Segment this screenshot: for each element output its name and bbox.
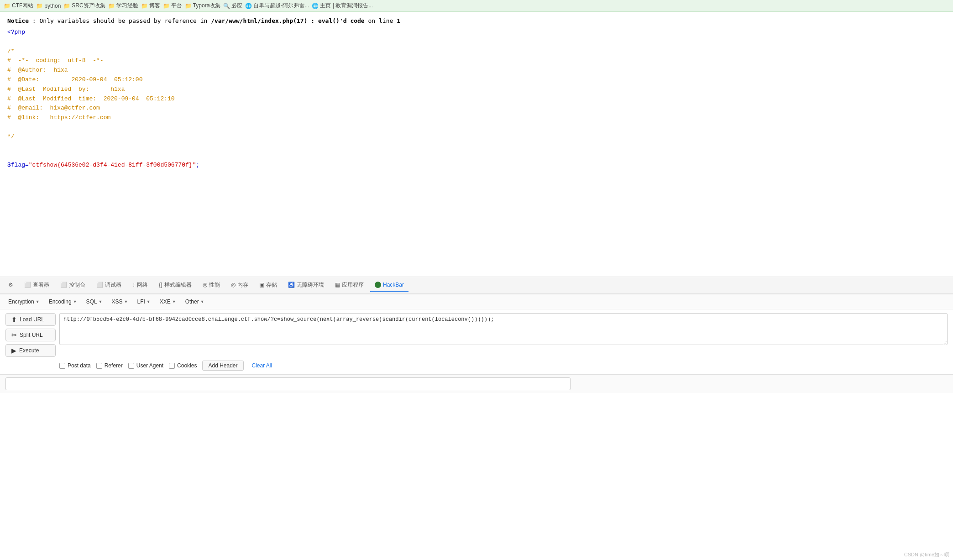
comment-link: # @link: https://ctfer.com	[7, 114, 110, 121]
folder-icon: 📁	[185, 3, 192, 9]
comment-coding: # -*- coding: utf-8 -*-	[7, 57, 104, 64]
bookmark-src[interactable]: 📁 SRC资产收集	[63, 2, 105, 10]
encoding-arrow: ▼	[73, 299, 77, 304]
post-data-checkbox[interactable]	[59, 363, 65, 369]
referer-option[interactable]: Referer	[96, 362, 123, 369]
hackbar-bottom-input[interactable]	[5, 377, 571, 390]
devtools-tab-console[interactable]: ⬜ 控制台	[56, 278, 90, 293]
user-agent-checkbox[interactable]	[128, 363, 134, 369]
network-label: 网络	[137, 281, 148, 289]
bookmark-book[interactable]: 🌐 自卑与超越-阿尔弗雷...	[245, 2, 309, 10]
bookmark-blog[interactable]: 📁 博客	[141, 2, 160, 10]
sql-label: SQL	[86, 298, 97, 305]
folder-icon: 📁	[141, 3, 148, 9]
load-url-button[interactable]: ⬆ Load URL	[5, 313, 56, 326]
notice-path: /var/www/html/index.php(17) : eval()'d c…	[211, 17, 365, 24]
execute-button[interactable]: ▶ Execute	[5, 344, 56, 357]
cookies-option[interactable]: Cookies	[169, 362, 197, 369]
cookies-label: Cookies	[177, 362, 197, 369]
referer-label: Referer	[105, 362, 123, 369]
comment-open: /*	[7, 48, 15, 55]
bookmark-bing[interactable]: 🔍 必应	[223, 2, 242, 10]
notice-line-number: 1	[397, 17, 400, 24]
encryption-arrow: ▼	[36, 299, 40, 304]
bookmark-typora[interactable]: 📁 Typora收集	[185, 2, 221, 10]
application-label: 应用程序	[342, 281, 364, 289]
devtools-tab-network[interactable]: ↕ 网络	[128, 278, 152, 293]
folder-icon: 📁	[108, 3, 115, 9]
debugger-label: 调试器	[105, 281, 121, 289]
hackbar-action-buttons: ⬆ Load URL ✂ Split URL ▶ Execute	[5, 313, 56, 357]
devtools-tab-hackbar[interactable]: HackBar	[370, 279, 408, 292]
network-icon: ↕	[132, 282, 135, 288]
lfi-arrow: ▼	[147, 299, 151, 304]
folder-icon: 📁	[163, 3, 170, 9]
devtools-tab-application[interactable]: ▦ 应用程序	[330, 278, 368, 293]
split-url-button[interactable]: ✂ Split URL	[5, 329, 56, 341]
post-data-option[interactable]: Post data	[59, 362, 91, 369]
console-icon: ⬜	[60, 282, 67, 288]
comment-date: # @Date: 2020-09-04 05:12:00	[7, 76, 142, 83]
referer-checkbox[interactable]	[96, 363, 102, 369]
hackbar-toolbar: Encryption ▼ Encoding ▼ SQL ▼ XSS ▼ LFI …	[0, 294, 953, 309]
notice-label: Notice	[7, 17, 29, 24]
notice-line: Notice : Only variables should be passed…	[7, 17, 946, 24]
bookmark-platform[interactable]: 📁 平台	[163, 2, 182, 10]
cookies-checkbox[interactable]	[169, 363, 175, 369]
comment-close: */	[7, 133, 15, 140]
devtools-tab-debugger[interactable]: ⬜ 调试器	[92, 278, 126, 293]
memory-label: 内存	[237, 281, 248, 289]
folder-icon: 📁	[63, 3, 70, 9]
hackbar-menu-encoding[interactable]: Encoding ▼	[45, 297, 81, 306]
perf-label: 性能	[209, 281, 220, 289]
xss-label: XSS	[112, 298, 123, 305]
inspector-label: 查看器	[33, 281, 49, 289]
xxe-arrow: ▼	[172, 299, 176, 304]
hackbar-menu-xxe[interactable]: XXE ▼	[156, 297, 180, 306]
devtools-tab-style[interactable]: {} 样式编辑器	[154, 278, 196, 293]
devtools-tab-accessibility[interactable]: ♿ 无障碍环境	[283, 278, 329, 293]
notice-text: : Only variables should be passed by ref…	[32, 17, 211, 24]
application-icon: ▦	[335, 282, 340, 288]
other-arrow: ▼	[200, 299, 204, 304]
xss-arrow: ▼	[124, 299, 128, 304]
add-header-button[interactable]: Add Header	[202, 361, 243, 371]
post-options-row: Post data Referer User Agent Cookies Add…	[5, 361, 948, 371]
accessibility-label: 无障碍环境	[297, 281, 324, 289]
bookmark-edu[interactable]: 🌐 主页 | 教育漏洞报告...	[312, 2, 373, 10]
style-icon: {}	[159, 282, 162, 288]
php-open-tag: <?php	[7, 29, 25, 36]
memory-icon: ◎	[231, 282, 236, 288]
flag-semicolon: ;	[196, 162, 199, 168]
encoding-label: Encoding	[49, 298, 72, 305]
url-textarea[interactable]: http://0fb5cd54-e2c0-4d7b-bf68-9942cad0c…	[59, 313, 948, 345]
hackbar-menu-xss[interactable]: XSS ▼	[108, 297, 132, 306]
lfi-label: LFI	[137, 298, 145, 305]
bookmark-study[interactable]: 📁 学习经验	[108, 2, 138, 10]
bookmark-python[interactable]: 📁 python	[36, 3, 61, 9]
hackbar-menu-lfi[interactable]: LFI ▼	[133, 297, 154, 306]
clear-all-button[interactable]: Clear All	[249, 361, 275, 370]
split-url-label: Split URL	[20, 332, 43, 338]
flag-value: "ctfshow{64536e02-d3f4-41ed-81ff-3f00d50…	[29, 162, 196, 168]
other-label: Other	[185, 298, 199, 305]
hackbar-icon	[375, 282, 381, 288]
hackbar-menu-other[interactable]: Other ▼	[182, 297, 208, 306]
devtools-tab-storage[interactable]: ▣ 存储	[255, 278, 282, 293]
bookmark-ctf[interactable]: 📁 CTF网站	[4, 2, 33, 10]
storage-label: 存储	[266, 281, 277, 289]
devtools-tab-icon[interactable]: ⚙	[4, 279, 18, 292]
post-data-label: Post data	[68, 362, 91, 369]
devtools-tab-memory[interactable]: ◎ 内存	[226, 278, 253, 293]
search-icon: 🔍	[223, 3, 230, 9]
user-agent-option[interactable]: User Agent	[128, 362, 163, 369]
hackbar-menu-sql[interactable]: SQL ▼	[83, 297, 106, 306]
execute-icon: ▶	[11, 347, 16, 354]
inspector-icon: ⬜	[24, 282, 31, 288]
load-url-label: Load URL	[20, 316, 44, 323]
devtools-tab-inspector[interactable]: ⬜ 查看器	[20, 278, 54, 293]
hackbar-menu-encryption[interactable]: Encryption ▼	[5, 297, 43, 306]
flag-var: $flag=	[7, 162, 29, 168]
hackbar-main: ⬆ Load URL ✂ Split URL ▶ Execute http://…	[0, 309, 953, 374]
devtools-tab-perf[interactable]: ◎ 性能	[198, 278, 225, 293]
